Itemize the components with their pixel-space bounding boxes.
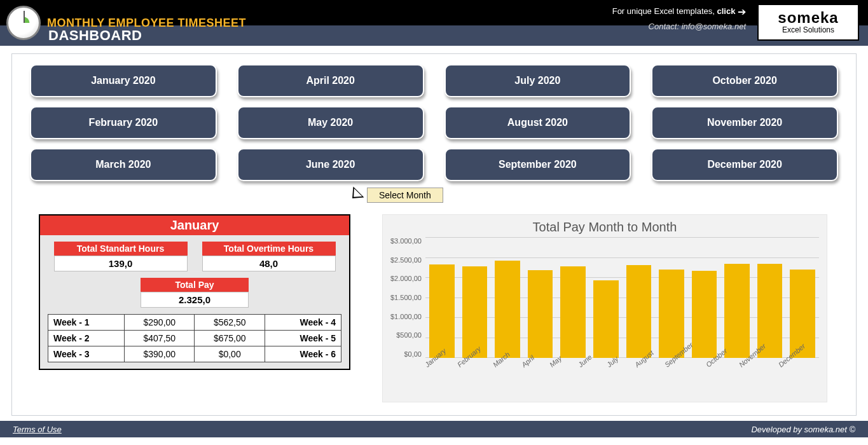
chart-title: Total Pay Month to Month <box>390 220 819 235</box>
chart-bar <box>495 261 520 358</box>
y-tick: $500,00 <box>396 331 422 339</box>
month-label: May 2020 <box>308 117 353 128</box>
week-label: Week - 5 <box>265 331 341 346</box>
chart-y-axis: $3.000,00 $2.500,00 $2.000,00 $1.500,00 … <box>390 237 425 358</box>
weeks-table: Week - 1 $290,00 $562,50 Week - 4 Week -… <box>48 314 341 362</box>
month-button[interactable]: November 2020 <box>651 106 838 139</box>
kpi-label: Total Pay <box>141 278 249 292</box>
month-label: October 2020 <box>712 75 776 86</box>
month-button[interactable]: February 2020 <box>30 106 217 139</box>
kpi-label: Total Standart Hours <box>54 242 188 256</box>
banner-left: MONTHLY EMPLOYEE TIMESHEET <box>0 0 246 46</box>
month-button[interactable]: April 2020 <box>237 64 424 97</box>
promo-click: click <box>717 6 735 16</box>
contact-line: Contact: info@someka.net <box>612 20 746 34</box>
week-amount: $675,00 <box>195 331 265 346</box>
select-month-pointer: Select Month <box>348 188 443 203</box>
y-tick: $1.000,00 <box>390 313 422 320</box>
month-button[interactable]: September 2020 <box>444 148 631 181</box>
month-label: November 2020 <box>707 117 782 128</box>
kpi-overtime-hours: Total Overtime Hours 48,0 <box>202 242 336 271</box>
month-label: August 2020 <box>507 117 568 128</box>
y-tick: $2.500,00 <box>390 256 422 264</box>
summary-month: January <box>40 216 349 235</box>
week-label: Week - 2 <box>48 331 125 346</box>
kpi-value: 139,0 <box>54 256 188 271</box>
banner-right: For unique Excel templates, click ➔ Cont… <box>612 0 868 46</box>
month-label: September 2020 <box>499 159 577 170</box>
week-amount: $562,50 <box>195 315 265 331</box>
terms-of-use-link[interactable]: Terms of Use <box>13 425 62 434</box>
kpi-label: Total Overtime Hours <box>202 242 336 256</box>
chart-area: $3.000,00 $2.500,00 $2.000,00 $1.500,00 … <box>390 237 819 390</box>
chart-bar <box>692 271 717 358</box>
dashboard-panel: January 2020 February 2020 March 2020 Ap… <box>11 53 857 416</box>
page-title: MONTHLY EMPLOYEE TIMESHEET <box>47 17 246 30</box>
month-label: July 2020 <box>514 75 560 86</box>
banner-links: For unique Excel templates, click ➔ Cont… <box>612 4 746 33</box>
y-tick: $0,00 <box>404 350 422 358</box>
logo-sub: Excel Solutions <box>782 25 834 34</box>
kpi-row: Total Standart Hours 139,0 Total Overtim… <box>40 235 349 274</box>
promo-text: For unique Excel templates, <box>612 6 717 16</box>
chart-bar <box>429 264 455 358</box>
chart-bar <box>724 264 750 358</box>
y-tick: $3.000,00 <box>390 237 422 245</box>
app-banner: DASHBOARD MONTHLY EMPLOYEE TIMESHEET For… <box>0 0 868 46</box>
month-label: January 2020 <box>91 75 155 86</box>
select-month-label: Select Month <box>367 188 443 203</box>
clock-icon <box>6 6 41 40</box>
month-button[interactable]: January 2020 <box>30 64 217 97</box>
logo-main: someka <box>778 10 838 25</box>
chart-bar <box>626 265 652 358</box>
month-label: April 2020 <box>306 75 354 86</box>
chart-x-axis: JanuaryFebruaryMarchAprilMayJuneJulyAugu… <box>425 358 819 390</box>
table-row: Week - 1 $290,00 $562,50 Week - 4 <box>48 315 341 331</box>
chart-plot: JanuaryFebruaryMarchAprilMayJuneJulyAugu… <box>425 237 819 390</box>
week-amount: $290,00 <box>125 315 195 331</box>
month-button[interactable]: October 2020 <box>651 64 838 97</box>
week-label: Week - 4 <box>265 315 341 331</box>
month-label: June 2020 <box>306 159 355 170</box>
chart-bar <box>593 280 619 358</box>
month-label: December 2020 <box>707 159 782 170</box>
total-pay-chart: Total Pay Month to Month $3.000,00 $2.50… <box>382 214 827 402</box>
month-button[interactable]: July 2020 <box>444 64 631 97</box>
footer-bar: Terms of Use Developed by someka.net © <box>0 421 868 437</box>
month-summary-card: January Total Standart Hours 139,0 Total… <box>39 214 350 370</box>
arrow-right-icon: ➔ <box>738 6 746 17</box>
month-grid: January 2020 February 2020 March 2020 Ap… <box>30 64 838 181</box>
pointer-arrow-icon <box>347 187 364 204</box>
month-button[interactable]: March 2020 <box>30 148 217 181</box>
month-button[interactable]: August 2020 <box>444 106 631 139</box>
y-tick: $2.000,00 <box>390 275 422 282</box>
month-label: March 2020 <box>95 159 151 170</box>
kpi-value: 48,0 <box>202 256 336 271</box>
table-row: Week - 2 $407,50 $675,00 Week - 5 <box>48 331 341 346</box>
week-label: Week - 1 <box>48 315 125 331</box>
kpi-standard-hours: Total Standart Hours 139,0 <box>54 242 188 271</box>
month-button[interactable]: May 2020 <box>237 106 424 139</box>
week-amount: $407,50 <box>125 331 195 346</box>
chart-bar <box>560 266 586 358</box>
month-label: February 2020 <box>89 117 158 128</box>
developed-by: Developed by someka.net © <box>751 425 855 434</box>
week-label: Week - 6 <box>265 346 341 362</box>
kpi-value: 2.325,0 <box>141 292 249 308</box>
month-button[interactable]: December 2020 <box>651 148 838 181</box>
week-amount: $390,00 <box>125 346 195 362</box>
week-amount: $0,00 <box>195 346 265 362</box>
kpi-total-pay: Total Pay 2.325,0 <box>141 278 249 308</box>
brand-logo[interactable]: someka Excel Solutions <box>757 4 859 41</box>
banner-titles: MONTHLY EMPLOYEE TIMESHEET <box>47 17 246 30</box>
chart-bar <box>528 270 553 358</box>
table-row: Week - 3 $390,00 $0,00 Week - 6 <box>48 346 341 362</box>
y-tick: $1.500,00 <box>390 294 422 301</box>
month-button[interactable]: June 2020 <box>237 148 424 181</box>
week-label: Week - 3 <box>48 346 125 362</box>
promo-line[interactable]: For unique Excel templates, click ➔ <box>612 4 746 20</box>
